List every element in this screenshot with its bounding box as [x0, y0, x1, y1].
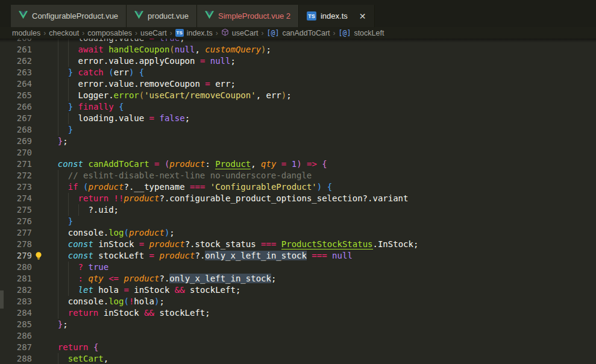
code-line-285: 285 }; — [0, 319, 596, 330]
line-content[interactable]: } catch (err) { — [48, 67, 144, 78]
breadcrumb-item-usecart[interactable]: useCart — [221, 28, 259, 38]
close-icon[interactable]: ✕ — [359, 12, 366, 20]
tab-configurableproduct.vue[interactable]: ConfigurableProduct.vue — [11, 5, 127, 27]
line-number: 275 — [0, 204, 32, 216]
code-line-286: 286 — [0, 330, 596, 342]
line-content[interactable]: let hola = inStock && stockLeft; — [48, 284, 240, 296]
line-content[interactable]: const inStock = product?.stock_status ==… — [48, 239, 418, 250]
gutter-glyph-margin — [32, 67, 48, 78]
code-line-271: 271 const canAddToCart = (product: Produ… — [0, 158, 596, 170]
line-content[interactable]: console.log(!hola); — [48, 296, 165, 307]
tab-label: product.vue — [148, 11, 189, 20]
line-content[interactable]: console.log(product); — [48, 227, 175, 239]
line-content[interactable]: setCart, — [48, 353, 108, 364]
line-content[interactable]: // eslint-disable-next-line no-underscor… — [48, 170, 312, 181]
code-line-284: 284 return inStock && stockLeft; — [0, 307, 596, 319]
line-number: 282 — [0, 284, 32, 296]
indent-guide — [58, 262, 58, 273]
gutter-glyph-margin — [32, 113, 48, 124]
line-number: 262 — [0, 55, 32, 67]
chevron-right-icon: › — [333, 29, 336, 37]
breadcrumb-item-usecart[interactable]: useCart — [140, 29, 167, 37]
line-number: 274 — [0, 193, 32, 204]
line-content[interactable]: const stockLeft = product?.only_x_left_i… — [48, 250, 353, 262]
breadcrumb-item-composables[interactable]: composables — [87, 29, 132, 37]
line-content[interactable]: Logger.error('useCart/removeCoupon', err… — [48, 90, 292, 101]
gutter-glyph-margin — [32, 342, 48, 353]
gutter-glyph-margin — [32, 296, 48, 307]
line-content[interactable]: } — [48, 124, 73, 136]
indent-guide — [58, 78, 58, 90]
code-line-279: 279 const stockLeft = product?.only_x_le… — [0, 250, 596, 262]
indent-guide — [68, 78, 69, 90]
line-content[interactable]: await handleCoupon(null, customQuery); — [48, 44, 271, 55]
chevron-right-icon: › — [262, 29, 264, 37]
line-content[interactable]: return !!product?.configurable_product_o… — [48, 193, 408, 204]
indent-guide — [58, 273, 58, 284]
line-content[interactable]: : qty <= product?.only_x_left_in_stock; — [48, 273, 276, 284]
code-line-266: 266 } finally { — [0, 101, 596, 113]
line-content[interactable]: ? true — [48, 262, 108, 273]
code-line-278: 278 const inStock = product?.stock_statu… — [0, 239, 596, 250]
indent-guide — [68, 55, 69, 67]
code-line-275: 275 ?.uid; — [0, 204, 596, 216]
line-content[interactable]: error.value.applyCoupon = null; — [48, 55, 236, 67]
left-edge-decoration — [0, 290, 4, 309]
line-number: 266 — [0, 101, 32, 113]
breadcrumb-item-canaddtocart[interactable]: [@]canAddToCart — [267, 29, 330, 37]
breadcrumb-item-checkout[interactable]: checkout — [49, 29, 79, 37]
breadcrumb-label: index.ts — [187, 29, 213, 37]
line-content[interactable]: } — [48, 216, 73, 227]
line-content[interactable]: const canAddToCart = (product: Product, … — [48, 158, 327, 170]
gutter-glyph-margin — [32, 330, 48, 342]
line-content[interactable]: return inStock && stockLeft; — [48, 307, 210, 319]
gutter-glyph-margin — [32, 181, 48, 193]
line-content[interactable]: if (product?.__typename === 'Configurabl… — [48, 181, 332, 193]
code-area: 260 loading.value = true;261 await handl… — [0, 33, 596, 364]
code-line-274: 274 return !!product?.configurable_produ… — [0, 193, 596, 204]
indent-guide — [58, 307, 58, 319]
line-content[interactable]: }; — [48, 136, 68, 147]
indent-guide — [58, 227, 58, 239]
gutter-glyph-margin — [32, 158, 48, 170]
line-number: 270 — [0, 147, 32, 158]
line-number: 285 — [0, 319, 32, 330]
indent-guide — [58, 44, 58, 55]
gutter-glyph-margin — [32, 204, 48, 216]
gutter-glyph-margin — [32, 273, 48, 284]
gutter-glyph-margin — [32, 101, 48, 113]
code-line-287: 287 return { — [0, 342, 596, 353]
line-content[interactable]: loading.value = false; — [48, 113, 190, 124]
indent-guide — [58, 353, 58, 364]
namespace-icon — [221, 28, 229, 36]
breadcrumb-item-stockleft[interactable]: [@]stockLeft — [339, 29, 384, 37]
indent-guide — [58, 284, 58, 296]
line-content[interactable]: } finally { — [48, 101, 124, 113]
breadcrumb-label: composables — [87, 29, 132, 37]
indent-guide — [58, 296, 58, 307]
indent-guide — [58, 55, 58, 67]
code-line-268: 268 } — [0, 124, 596, 136]
gutter-glyph-margin — [32, 170, 48, 181]
tab-label: ConfigurableProduct.vue — [32, 11, 118, 20]
breadcrumb-item-modules[interactable]: modules — [12, 29, 40, 37]
tab-index.ts[interactable]: TSindex.ts✕ — [299, 5, 375, 27]
code-editor[interactable]: 260 loading.value = true;261 await handl… — [0, 27, 596, 364]
vue-icon — [19, 11, 28, 19]
code-line-281: 281 : qty <= product?.only_x_left_in_sto… — [0, 273, 596, 284]
breadcrumb-item-index.ts[interactable]: TSindex.ts — [175, 29, 213, 37]
lightbulb-icon[interactable] — [34, 251, 43, 260]
tab-simpleproduct.vue-2[interactable]: SimpleProduct.vue 2 — [197, 5, 299, 27]
gutter-glyph-margin — [32, 216, 48, 227]
line-content[interactable]: return { — [48, 342, 98, 353]
line-number: 277 — [0, 227, 32, 239]
line-number: 268 — [0, 124, 32, 136]
tab-product.vue[interactable]: product.vue — [127, 5, 197, 27]
line-content[interactable]: error.value.removeCoupon = err; — [48, 78, 236, 90]
line-content[interactable]: }; — [48, 319, 68, 330]
code-line-280: 280 ? true — [0, 262, 596, 273]
breadcrumb-label: modules — [12, 29, 40, 37]
line-content[interactable]: ?.uid; — [48, 204, 119, 216]
gutter-glyph-margin — [32, 284, 48, 296]
code-line-273: 273 if (product?.__typename === 'Configu… — [0, 181, 596, 193]
